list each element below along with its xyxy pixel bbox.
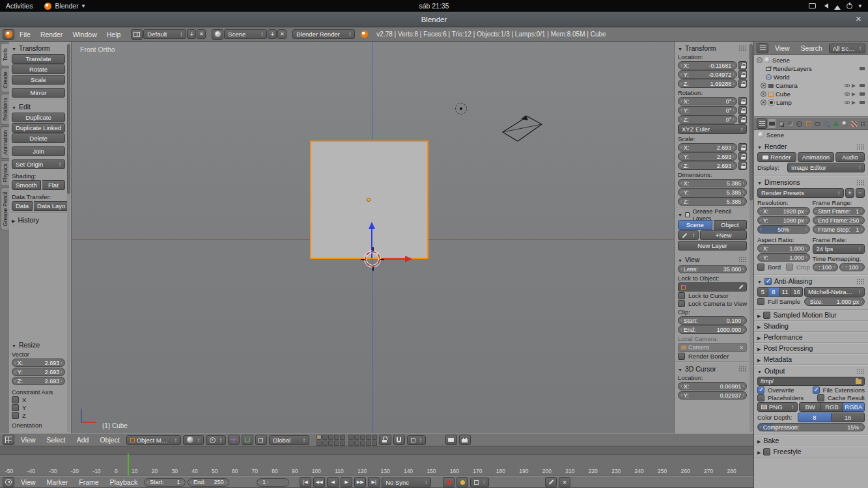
local-camera-field[interactable]: Camera✕ — [678, 343, 747, 352]
app-menu[interactable]: Blender — [38, 0, 91, 12]
menu-select[interactable]: Select — [42, 434, 70, 446]
lock-icon[interactable] — [738, 161, 747, 170]
panel-header-transform[interactable]: Transform — [678, 43, 747, 53]
renderability-icon[interactable] — [860, 67, 865, 70]
panel-header-history[interactable]: History — [12, 215, 65, 225]
data-transfer-layout-button[interactable]: Data Layo — [34, 201, 69, 211]
renderability-icon[interactable] — [860, 101, 865, 104]
lamp-object[interactable] — [455, 103, 467, 115]
play-button[interactable]: ▶ — [341, 477, 352, 487]
volume-icon[interactable] — [822, 3, 828, 8]
jump-to-end-button[interactable]: ▶| — [368, 477, 380, 487]
set-origin-dropdown[interactable]: Set Origin — [12, 159, 65, 169]
manipulator-z-arrowhead[interactable] — [369, 222, 375, 229]
viewport-3d[interactable]: Front Ortho (1) Cube — [72, 42, 674, 433]
menu-object[interactable]: Object — [95, 434, 124, 446]
layer-toggle[interactable] — [366, 441, 371, 446]
frame-rate-dropdown[interactable]: 24 fps — [813, 244, 865, 254]
panel-header-resize[interactable]: Resize — [12, 340, 65, 350]
cursor-3d[interactable] — [365, 251, 380, 267]
lens-field[interactable]: Lens:35.000 — [678, 265, 747, 273]
menu-search[interactable]: Search — [796, 42, 827, 54]
menu-window[interactable]: Window — [68, 27, 101, 41]
visibility-icon[interactable] — [845, 84, 850, 87]
lock-icon[interactable] — [738, 143, 747, 152]
next-keyframe-button[interactable]: ▶▶ — [354, 477, 366, 487]
layer-toggle[interactable] — [316, 441, 322, 446]
editor-type-button[interactable] — [3, 435, 14, 445]
rotation-y-field[interactable]: Y:0° — [678, 106, 737, 115]
drag-handle-icon[interactable] — [738, 45, 747, 51]
delete-button[interactable]: Delete — [12, 133, 65, 143]
visibility-icon[interactable] — [845, 101, 850, 104]
scrollbar-thumb[interactable] — [749, 44, 753, 200]
camera-object[interactable] — [501, 115, 544, 146]
dimension-y-field[interactable]: Y:5.385 — [678, 188, 747, 197]
selectability-icon[interactable] — [852, 92, 858, 96]
constraint-y-checkbox[interactable] — [12, 404, 19, 411]
expand-icon[interactable] — [761, 100, 766, 105]
panel-header-transform[interactable]: Transform — [12, 43, 65, 53]
outliner-row-lamp[interactable]: Lamp — [757, 98, 866, 107]
panel-header-3d-cursor[interactable]: 3D Cursor — [678, 364, 747, 373]
layer-toggle[interactable] — [316, 435, 322, 440]
chevron-down-icon[interactable] — [858, 3, 861, 9]
manipulator-translate-toggle[interactable] — [228, 435, 240, 445]
jump-to-start-button[interactable]: |◀ — [300, 477, 311, 487]
drag-handle-icon[interactable] — [738, 256, 747, 262]
rotation-z-field[interactable]: Z:0° — [678, 115, 737, 124]
pivot-dropdown[interactable] — [206, 435, 226, 445]
aspect-y-field[interactable]: Y:1.000 — [757, 253, 810, 262]
resolution-y-field[interactable]: Y:1080 px — [757, 216, 810, 224]
aa-filter-dropdown[interactable]: Mitchell-Netravali — [804, 287, 865, 297]
editor-type-button[interactable] — [757, 43, 768, 53]
panel-shading[interactable]: Shading — [754, 321, 868, 332]
resolution-x-field[interactable]: X:1920 px — [757, 207, 810, 215]
drag-handle-icon[interactable] — [856, 278, 865, 284]
compression-slider[interactable]: Compression:15% — [757, 423, 865, 431]
translate-button[interactable]: Translate — [12, 54, 65, 64]
layer-toggle[interactable] — [360, 435, 365, 440]
lock-icon[interactable] — [738, 152, 747, 161]
panel-header-grease-pencil[interactable]: Grease Pencil Layers — [678, 210, 747, 219]
screen-layout-browse-button[interactable] — [131, 29, 143, 40]
menu-view[interactable]: View — [16, 477, 40, 487]
overwrite-checkbox[interactable] — [757, 386, 764, 394]
play-reverse-button[interactable]: ◀ — [327, 477, 339, 487]
layer-toggle[interactable] — [340, 441, 345, 446]
record-button[interactable] — [443, 477, 455, 487]
drag-handle-icon[interactable] — [856, 144, 865, 150]
render-presets-dropdown[interactable]: Render Presets — [757, 188, 844, 198]
channels-rgb-button[interactable]: RGB — [821, 402, 843, 412]
menu-playback[interactable]: Playback — [105, 477, 143, 487]
window-titlebar[interactable]: Blender ✕ — [0, 12, 868, 27]
layer-toggle[interactable] — [372, 441, 377, 446]
layer-toggle[interactable] — [334, 441, 339, 446]
display-mode-dropdown[interactable]: Image Editor — [787, 163, 865, 172]
scene-selector[interactable]: Scene — [224, 29, 267, 39]
delete-scene-button[interactable]: ✕ — [277, 29, 287, 39]
opengl-render-image-button[interactable] — [445, 435, 457, 445]
color-depth-8-button[interactable]: 8 — [798, 413, 832, 422]
panel-performance[interactable]: Performance — [754, 332, 868, 343]
lock-icon[interactable] — [738, 97, 747, 105]
shelf-tab-animation[interactable]: Animation — [1, 126, 9, 159]
tab-scene[interactable] — [786, 118, 794, 129]
shelf-tab-relations[interactable]: Relations — [1, 94, 9, 125]
lock-icon[interactable] — [738, 61, 747, 70]
aa-samples-5-button[interactable]: 5 — [757, 287, 768, 297]
menu-view[interactable]: View — [16, 434, 40, 446]
tab-particles[interactable] — [859, 118, 867, 129]
layer-toggle[interactable] — [348, 435, 354, 440]
tab-world[interactable] — [795, 118, 804, 129]
add-scene-button[interactable] — [268, 29, 277, 39]
visibility-icon[interactable] — [845, 92, 850, 96]
transform-orientation-dropdown[interactable]: Global — [269, 435, 309, 445]
editor-type-button[interactable] — [3, 477, 14, 487]
dimension-x-field[interactable]: X:5.385 — [678, 179, 747, 187]
renderability-icon[interactable] — [860, 92, 865, 96]
layer-toggle[interactable] — [328, 441, 333, 446]
tab-render-layers[interactable] — [777, 118, 785, 129]
manipulator-x-arrowhead[interactable] — [405, 256, 412, 262]
panel-header-view[interactable]: View — [678, 254, 747, 264]
